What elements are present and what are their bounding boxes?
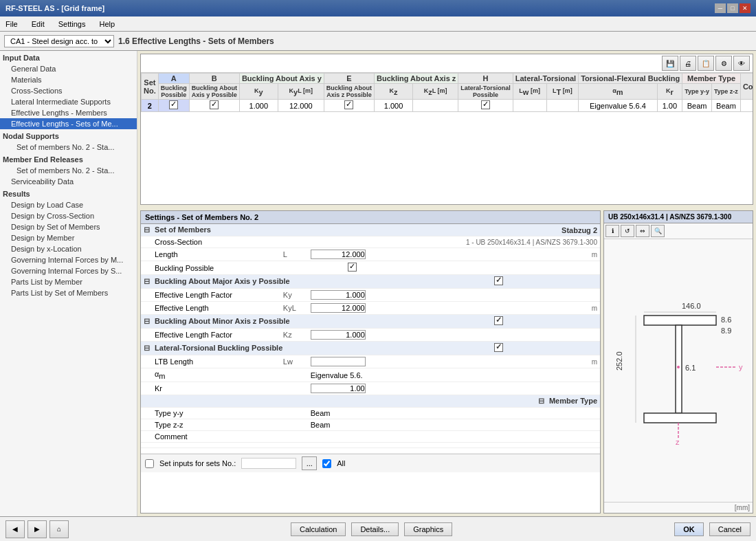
sidebar-item-design-cross[interactable]: Design by Cross-Section	[0, 210, 137, 221]
checkbox-bp[interactable]	[348, 263, 357, 272]
nav-home-btn[interactable]: ⌂	[49, 520, 69, 538]
cs-rotate-btn[interactable]: ↺	[621, 225, 634, 237]
toggle-set[interactable]: ⊟	[144, 225, 150, 234]
toggle-major[interactable]: ⊟	[144, 277, 150, 285]
save-icon-btn[interactable]: 💾	[662, 56, 678, 71]
col-buckling-possible: BucklingPossible	[158, 84, 189, 100]
cancel-button[interactable]: Cancel	[709, 522, 751, 536]
nav-next-btn[interactable]: ▶	[27, 520, 47, 538]
cell-comment	[740, 100, 753, 112]
group-minor-axis: ⊟ Buckling About Minor Axis z Possible	[141, 315, 600, 329]
toggle-ltb[interactable]: ⊟	[144, 344, 150, 352]
group-label-major: ⊟ Buckling About Major Axis y Possible	[141, 275, 397, 289]
sidebar-item-eff-lengths-members[interactable]: Effective Lengths - Members	[0, 107, 137, 118]
checkbox-lt[interactable]	[481, 100, 490, 109]
sidebar-item-general[interactable]: General Data	[0, 63, 137, 74]
sidebar-item-design-load[interactable]: Design by Load Case	[0, 199, 137, 210]
toggle-member-type[interactable]: ⊟	[538, 397, 544, 405]
eff-factor1-value	[308, 289, 397, 302]
cell-buckling[interactable]	[158, 100, 189, 112]
minor-axis-check[interactable]	[397, 315, 600, 329]
cell-buckling-possible-check[interactable]	[308, 261, 397, 275]
copy-icon-btn[interactable]: 📋	[698, 56, 714, 71]
close-button[interactable]: ✕	[740, 3, 751, 13]
checkbox-major[interactable]	[494, 276, 503, 285]
toolbar: CA1 - Steel design acc. to AS 1.6 Effect…	[0, 32, 756, 51]
sidebar-item-design-x[interactable]: Design by x-Location	[0, 243, 137, 254]
sidebar-item-lateral-supports[interactable]: Lateral Intermediate Supports	[0, 96, 137, 107]
cell-type-yy: Beam	[682, 100, 712, 112]
sidebar-item-eff-lengths-sets[interactable]: Effective Lengths - Sets of Me...	[0, 118, 137, 129]
kr-input[interactable]	[311, 384, 366, 393]
sidebar-item-parts-set[interactable]: Parts List by Set of Members	[0, 287, 137, 298]
nav-prev-btn[interactable]: ◀	[5, 520, 25, 538]
set-of-members-value: Stabzug 2	[397, 224, 600, 236]
ok-button[interactable]: OK	[674, 522, 704, 536]
set-inputs-checkbox[interactable]	[145, 459, 154, 468]
cell-lt[interactable]	[458, 100, 513, 112]
window-title: RF-STEEL AS - [Grid frame]	[5, 4, 104, 12]
menu-file[interactable]: File	[3, 19, 21, 30]
col-empty3	[397, 289, 600, 302]
row-eff-factor1: Effective Length Factor Ky	[141, 289, 600, 302]
design-case-combo[interactable]: CA1 - Steel design acc. to AS	[4, 35, 114, 47]
bottom-bar-center: Calculation Details... Graphics	[291, 522, 452, 536]
length-input[interactable]	[311, 250, 366, 259]
eff-factor-kz-input[interactable]	[311, 330, 366, 340]
checkbox-buckling-y[interactable]	[210, 100, 219, 109]
ltb-length-input[interactable]	[311, 357, 366, 366]
menu-help[interactable]: Help	[96, 19, 118, 30]
sidebar-item-governing-s[interactable]: Governing Internal Forces by S...	[0, 265, 137, 276]
menu-edit[interactable]: Edit	[29, 19, 47, 30]
comment-value	[280, 431, 600, 443]
sidebar-item-governing-m[interactable]: Governing Internal Forces by M...	[0, 254, 137, 265]
sidebar-item-serviceability[interactable]: Serviceability Data	[0, 176, 137, 187]
sidebar-item-materials[interactable]: Materials	[0, 74, 137, 85]
cell-buckling-z[interactable]	[324, 100, 374, 112]
cs-info-btn[interactable]: ℹ	[605, 225, 619, 237]
menu-settings[interactable]: Settings	[56, 19, 89, 30]
cross-section-footer: [mm]	[604, 502, 753, 513]
print-icon-btn[interactable]: 🖨	[680, 56, 696, 71]
ltb-check[interactable]	[397, 342, 600, 355]
col-empty10	[397, 408, 600, 419]
ltb-length-value	[308, 355, 397, 368]
major-axis-check[interactable]	[397, 275, 600, 289]
sidebar-item-parts-member[interactable]: Parts List by Member	[0, 276, 137, 287]
sidebar-item-design-member[interactable]: Design by Member	[0, 232, 137, 243]
top-flange	[644, 316, 716, 325]
eff-factor1-input[interactable]	[311, 290, 366, 300]
col-lw: Lw [m]	[513, 84, 546, 100]
col-header-h: H	[458, 74, 513, 84]
eff-length1-input[interactable]	[311, 303, 366, 313]
cross-section-title: UB 250x146x31.4 | AS/NZS 3679.1-300	[604, 211, 753, 223]
sidebar-item-cross-sections[interactable]: Cross-Sections	[0, 85, 137, 96]
checkbox-minor[interactable]	[494, 316, 503, 325]
sidebar-item-member-end-set2[interactable]: Set of members No. 2 - Sta...	[0, 165, 137, 176]
col-empty5	[280, 368, 308, 382]
minimize-button[interactable]: ─	[715, 3, 726, 13]
details-button[interactable]: Details...	[351, 522, 399, 536]
checkbox-buckling-z[interactable]	[344, 100, 353, 109]
calculation-button[interactable]: Calculation	[291, 522, 346, 536]
view-icon-btn[interactable]: 👁	[733, 56, 750, 71]
checkbox-buckling[interactable]	[169, 100, 178, 109]
maximize-button[interactable]: □	[727, 3, 738, 13]
cell-buckling-y[interactable]	[189, 100, 239, 112]
set-inputs-btn[interactable]: ...	[302, 456, 317, 470]
toggle-minor[interactable]: ⊟	[144, 317, 150, 325]
checkbox-ltb[interactable]	[494, 343, 503, 352]
sidebar-item-nodal-set2[interactable]: Set of members No. 2 - Sta...	[0, 142, 137, 153]
table-row[interactable]: 2 1.000 12.000 1.000 Eigenvalue 5.6.4 1.…	[142, 100, 754, 112]
sidebar-item-design-set[interactable]: Design by Set of Members	[0, 221, 137, 232]
settings-icon-btn[interactable]: ⚙	[715, 56, 732, 71]
all-checkbox[interactable]	[322, 459, 331, 468]
cs-mirror-btn[interactable]: ⇔	[636, 225, 649, 237]
col-empty9	[280, 408, 308, 419]
label-eff-factor1: Effective Length Factor	[141, 289, 280, 302]
cs-zoom-btn[interactable]: 🔍	[651, 225, 665, 237]
content-area: 💾 🖨 📋 ⚙ 👁 SetNo. A B Buckling About Axis…	[137, 51, 756, 516]
col-buckling-y-possible: Buckling AboutAxis y Possible	[189, 84, 239, 100]
graphics-button[interactable]: Graphics	[404, 522, 452, 536]
set-inputs-field[interactable]	[241, 458, 296, 469]
